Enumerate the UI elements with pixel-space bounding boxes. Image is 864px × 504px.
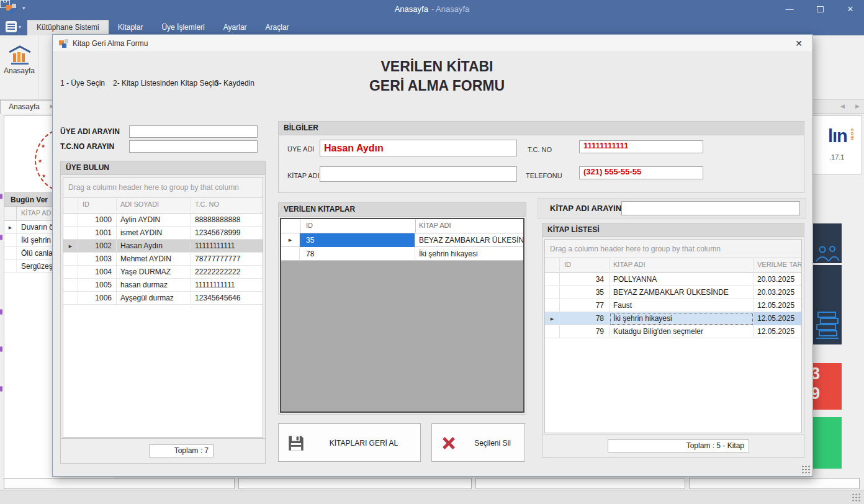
table-row[interactable]: 1001ismet AYDIN12345678999: [63, 227, 263, 240]
kitap-adi-arayin-label: KİTAP ADI ARAYIN: [550, 204, 621, 213]
cell-kitap-adi: BEYAZ ZAMBAKLAR ÜLKESİNDE: [415, 233, 523, 247]
background-field: [689, 478, 860, 489]
dialog-titlebar[interactable]: Kitap Geri Alma Formu ✕: [53, 35, 812, 52]
dashboard-tile-red[interactable]: 3 9: [813, 363, 842, 410]
minimize-button[interactable]: —: [777, 0, 802, 19]
dialog-title: Kitap Geri Alma Formu: [73, 39, 148, 48]
cell-adi-soyadi: Hasan Aydın: [117, 240, 191, 253]
dashboard-tile-green[interactable]: [813, 417, 842, 469]
table-row[interactable]: ▶1002Hasan Aydın11111111111: [63, 240, 263, 253]
column-id[interactable]: ID: [78, 198, 117, 211]
table-row[interactable]: 1005hasan durmaz11111111111: [63, 279, 263, 292]
bilgiler-group: BİLGİLER ÜYE ADI Hasan Aydın T.C. NO 111…: [278, 121, 804, 193]
dialog-close-button[interactable]: ✕: [795, 38, 803, 48]
telefonu-field[interactable]: (321) 555-55-55: [579, 166, 703, 179]
kitap-grid-rows: 34POLLYANNA20.03.202535BEYAZ ZAMBAKLAR Ü…: [545, 273, 801, 338]
dialog-resize-grip[interactable]: [801, 465, 811, 474]
group-by-drag-hint[interactable]: Drag a column header here to group by th…: [545, 240, 801, 258]
cell-id: 1000: [78, 214, 117, 227]
cell-id: 78: [300, 247, 415, 261]
tile-number: 3: [813, 364, 820, 384]
cell-kitap-adi: Sergüzeşt: [21, 262, 55, 271]
table-row[interactable]: ▶35BEYAZ ZAMBAKLAR ÜLKESİNDE: [281, 233, 523, 247]
group-by-drag-hint[interactable]: Drag a column header here to group by th…: [63, 178, 263, 198]
uye-adi-field[interactable]: Hasan Aydın: [320, 140, 517, 156]
menu-tab[interactable]: Kütüphane Sistemi: [27, 20, 109, 35]
background-field: [238, 478, 472, 489]
tab-anasayfa[interactable]: Anasayfa ×: [0, 100, 60, 114]
dashboard-tile-books[interactable]: [813, 265, 842, 344]
uye-grid-rows: 1000Aylin AYDIN888888888881001ismet AYDI…: [63, 214, 263, 305]
dashboard-tile-members[interactable]: [813, 223, 842, 263]
secileni-sil-button[interactable]: Seçileni Sil: [431, 423, 525, 462]
cell-verilme-tarihi: 20.03.2025: [754, 286, 801, 299]
step-2-label: 2- Kitap Listesinden Kitap Seçin: [113, 79, 218, 88]
maximize-button[interactable]: [817, 6, 824, 12]
tcno-arayin-label: T.C.NO ARAYIN: [60, 142, 114, 151]
nav-left-icon[interactable]: ◀: [840, 103, 845, 109]
table-row[interactable]: 35BEYAZ ZAMBAKLAR ÜLKESİNDE20.03.2025: [545, 286, 801, 299]
cell-id: 35: [300, 233, 415, 247]
menu-tab[interactable]: Ayarlar: [214, 20, 256, 35]
row-indicator-icon: [63, 227, 78, 240]
uye-adi-arayin-label: ÜYE ADI ARAYIN: [60, 127, 120, 136]
row-indicator-icon: [545, 286, 560, 299]
tcno-arayin-input[interactable]: [129, 140, 258, 153]
table-row[interactable]: 79Kutadgu Bilig'den seçmeler12.05.2025: [545, 325, 801, 338]
nav-right-icon[interactable]: ▶: [855, 103, 860, 109]
column-kitap-adi[interactable]: KİTAP ADI: [419, 222, 451, 229]
row-indicator-icon: [4, 247, 17, 260]
verilen-kitaplar-group: VERİLEN KİTAPLAR ID KİTAP ADI ▶35BEYAZ Z…: [278, 202, 526, 415]
kitap-adi-field[interactable]: [320, 166, 517, 182]
window-title: Anasayfa- Anasayfa: [0, 0, 864, 19]
table-row[interactable]: ▶78İki şehrin hikayesi12.05.2025: [545, 312, 801, 325]
uye-grid-footer: Toplam : 7: [61, 438, 265, 463]
tab-label: Anasayfa: [9, 102, 40, 111]
table-row[interactable]: 1004Yaşe DURMAZ22222222222: [63, 266, 263, 279]
cell-id: 1002: [78, 240, 117, 253]
table-row[interactable]: 1006Ayşegül durmaz12345645646: [63, 292, 263, 305]
uye-bulun-title: ÜYE BULUN: [61, 161, 265, 175]
star-icon: ★: [38, 158, 42, 164]
menu-tab[interactable]: Kitaplar: [109, 20, 153, 35]
menu-bar: ▾ Kütüphane SistemiKitaplarÜye İşlemleri…: [0, 19, 864, 35]
indicator-column: [63, 198, 78, 211]
table-row[interactable]: 34POLLYANNA20.03.2025: [545, 273, 801, 286]
column-adi-soyadi[interactable]: ADI SOYADI: [117, 198, 191, 211]
kitaplari-geri-al-button[interactable]: KİTAPLARI GERİ AL: [278, 423, 421, 462]
screen: ▾ Anasayfa- Anasayfa — ✕ ▾ Kütüphane Sis…: [0, 0, 864, 504]
cell-kitap-adi: İki şehrin: [21, 236, 51, 245]
table-row[interactable]: 1000Aylin AYDIN88888888888: [63, 214, 263, 227]
verilen-kitaplar-title: VERİLEN KİTAPLAR: [279, 203, 526, 217]
column-id[interactable]: ID: [560, 258, 610, 273]
menu-tab[interactable]: Üye İşlemleri: [152, 20, 214, 35]
row-indicator-icon: [63, 253, 78, 266]
row-indicator-icon: [63, 292, 78, 305]
column-id[interactable]: ID: [306, 222, 313, 229]
cell-adi-soyadi: hasan durmaz: [117, 279, 191, 292]
brand-logo-suffix: com: [850, 128, 855, 140]
cell-tc-no: 12345645646: [191, 292, 263, 305]
chevron-down-icon[interactable]: ▾: [19, 24, 21, 30]
column-verilme-tarihi[interactable]: VERİLME TAR...: [754, 258, 801, 273]
cell-adi-soyadi: ismet AYDIN: [117, 227, 191, 240]
uye-adi-arayin-input[interactable]: [129, 125, 258, 138]
star-icon: ★: [42, 173, 46, 179]
step-1-label: 1 - Üye Seçin: [60, 79, 105, 88]
resize-grip[interactable]: [852, 493, 862, 502]
column-tc-no[interactable]: T.C. NO: [191, 198, 263, 211]
cell-id: 1001: [78, 227, 117, 240]
cell-id: 79: [560, 325, 610, 338]
column-kitap-adi[interactable]: KİTAP ADI: [610, 258, 754, 273]
kitap-listesi-title: KİTAP LİSTESİ: [542, 223, 804, 237]
kitap-adi-arayin-input[interactable]: [621, 201, 800, 215]
tc-no-field[interactable]: 11111111111: [579, 140, 703, 153]
window-close-button[interactable]: ✕: [838, 0, 863, 19]
table-row[interactable]: 78İki şehrin hikayesi: [281, 247, 523, 261]
menu-tab[interactable]: Araçlar: [256, 20, 299, 35]
verilen-grid-rows: ▶35BEYAZ ZAMBAKLAR ÜLKESİNDE78İki şehrin…: [281, 233, 523, 261]
home-ribbon-button[interactable]: Anasayfa: [0, 37, 39, 99]
table-row[interactable]: 1003Mehmet AYDIN78777777777: [63, 253, 263, 266]
table-row[interactable]: 77Faust12.05.2025: [545, 299, 801, 312]
list-menu-icon[interactable]: [6, 21, 17, 32]
